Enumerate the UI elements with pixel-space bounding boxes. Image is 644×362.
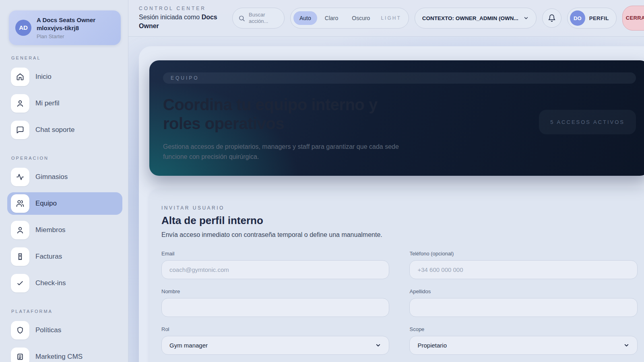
sidebar-item-label: Chat soporte <box>35 126 74 134</box>
sidebar: AD A Docs Seats Owner mloxvjvs-tikrj8 Pl… <box>0 0 128 362</box>
sidebar-item-gimnasios[interactable]: Gimnasios <box>7 166 122 188</box>
page-card: EQUIPO Coordina tu equipo interno y role… <box>139 46 644 362</box>
profile-avatar: DO <box>570 10 585 26</box>
hero-tag: EQUIPO <box>163 72 636 84</box>
content-area: EQUIPO Coordina tu equipo interno y role… <box>128 37 644 362</box>
role-field-group: Rol Gym manager <box>161 326 389 355</box>
user-icon <box>11 221 29 239</box>
sidebar-item-label: Check-ins <box>35 279 66 287</box>
hero-banner: EQUIPO Coordina tu equipo interno y role… <box>149 60 644 176</box>
session-text: Sesión iniciada como Docs Owner <box>139 13 227 30</box>
context-label: CONTEXTO: OWNER_ADMIN (OWN... <box>422 15 518 21</box>
invite-form-grid: Email Teléfono (opcional) Nombre Apellid… <box>161 251 638 362</box>
last-name-field-group: Apellidos <box>409 288 638 317</box>
phone-field[interactable] <box>409 260 638 279</box>
sidebar-item-label: Políticas <box>35 326 61 334</box>
workspace-name: A Docs Seats Owner mloxvjvs-tikrj8 <box>37 16 114 32</box>
email-label: Email <box>161 251 389 257</box>
phone-label: Teléfono (opcional) <box>409 251 638 257</box>
scope-select-value: Propietario <box>417 342 447 349</box>
form-title: Alta de perfil interno <box>161 214 638 227</box>
role-select[interactable]: Gym manager <box>161 336 389 355</box>
section-label-operacion: OPERACION <box>11 156 118 160</box>
theme-mode-label: LIGHT <box>378 15 402 21</box>
theme-claro-button[interactable]: Claro <box>319 11 344 25</box>
first-name-label: Nombre <box>161 288 389 294</box>
theme-oscuro-button[interactable]: Oscuro <box>346 11 376 25</box>
logout-button[interactable]: CERRAR SESIÓN <box>622 6 644 31</box>
page-title: Coordina tu equipo interno y roles opera… <box>163 95 409 133</box>
sidebar-item-facturas[interactable]: Facturas <box>7 245 122 268</box>
active-access-badge: 5 ACCESOS ACTIVOS <box>539 110 636 134</box>
email-field[interactable] <box>161 260 389 279</box>
main-column: CONTROL CENTER Sesión iniciada como Docs… <box>128 0 644 362</box>
search-input[interactable]: Buscar acción... <box>232 8 285 29</box>
last-name-field[interactable] <box>409 298 638 317</box>
app-title: CONTROL CENTER <box>139 6 227 11</box>
chat-icon <box>11 121 29 139</box>
topbar: CONTROL CENTER Sesión iniciada como Docs… <box>128 0 644 37</box>
scope-field-group: Scope Propietario <box>409 326 638 355</box>
section-label-general: GENERAL <box>11 56 118 60</box>
scope-select[interactable]: Propietario <box>409 336 638 355</box>
sidebar-item-label: Inicio <box>35 73 52 81</box>
phone-field-group: Teléfono (opcional) <box>409 251 638 279</box>
sidebar-item-mi-perfil[interactable]: Mi perfil <box>7 92 122 115</box>
email-field-group: Email <box>161 251 389 279</box>
role-select-value: Gym manager <box>169 342 208 349</box>
profile-label: PERFIL <box>589 15 609 21</box>
bell-icon <box>548 14 556 22</box>
workspace-card[interactable]: AD A Docs Seats Owner mloxvjvs-tikrj8 Pl… <box>9 10 121 45</box>
chevron-down-icon <box>523 15 529 21</box>
section-label-plataforma: PLATAFORMA <box>11 309 118 314</box>
sidebar-item-check-ins[interactable]: Check-ins <box>7 272 122 294</box>
last-name-label: Apellidos <box>409 288 638 294</box>
notifications-button[interactable] <box>542 8 561 28</box>
check-icon <box>11 274 29 292</box>
sidebar-item-label: Facturas <box>35 253 62 261</box>
search-icon <box>238 15 245 22</box>
sidebar-item-miembros[interactable]: Miembros <box>7 219 122 241</box>
context-select[interactable]: CONTEXTO: OWNER_ADMIN (OWN... <box>415 8 537 29</box>
chevron-down-icon <box>623 342 630 348</box>
form-eyebrow: INVITAR USUARIO <box>161 205 638 211</box>
workspace-plan: Plan Starter <box>37 33 114 39</box>
shield-icon <box>11 321 29 339</box>
profile-button[interactable]: DO PERFIL <box>567 8 617 29</box>
form-description: Envía acceso inmediato con contraseña te… <box>161 231 638 239</box>
first-name-field-group: Nombre <box>161 288 389 317</box>
receipt-icon <box>11 247 29 266</box>
document-icon <box>11 348 29 362</box>
invite-user-card: INVITAR USUARIO Alta de perfil interno E… <box>149 189 644 362</box>
workspace-avatar: AD <box>15 20 31 36</box>
sidebar-item-politicas[interactable]: Políticas <box>7 319 122 341</box>
home-icon <box>11 68 29 86</box>
chevron-down-icon <box>375 342 381 348</box>
sidebar-item-equipo[interactable]: Equipo <box>7 192 122 215</box>
scope-label: Scope <box>409 326 638 332</box>
users-icon <box>11 194 29 213</box>
sidebar-item-marketing-cms[interactable]: Marketing CMS <box>7 346 122 362</box>
theme-switcher: Auto Claro Oscuro LIGHT <box>290 8 409 29</box>
theme-auto-button[interactable]: Auto <box>293 11 317 25</box>
sidebar-item-label: Marketing CMS <box>35 353 83 361</box>
sidebar-item-label: Gimnasios <box>35 173 68 181</box>
sidebar-item-chat-soporte[interactable]: Chat soporte <box>7 119 122 141</box>
search-placeholder: Buscar acción... <box>249 12 278 25</box>
activity-icon <box>11 168 29 186</box>
sidebar-item-label: Mi perfil <box>35 99 60 107</box>
sidebar-item-label: Equipo <box>35 200 57 208</box>
role-label: Rol <box>161 326 389 332</box>
sidebar-item-inicio[interactable]: Inicio <box>7 66 122 88</box>
first-name-field[interactable] <box>161 298 389 317</box>
page-description: Gestiona accesos de propietarios, manage… <box>163 142 402 162</box>
sidebar-item-label: Miembros <box>35 226 66 234</box>
user-icon <box>11 94 29 113</box>
